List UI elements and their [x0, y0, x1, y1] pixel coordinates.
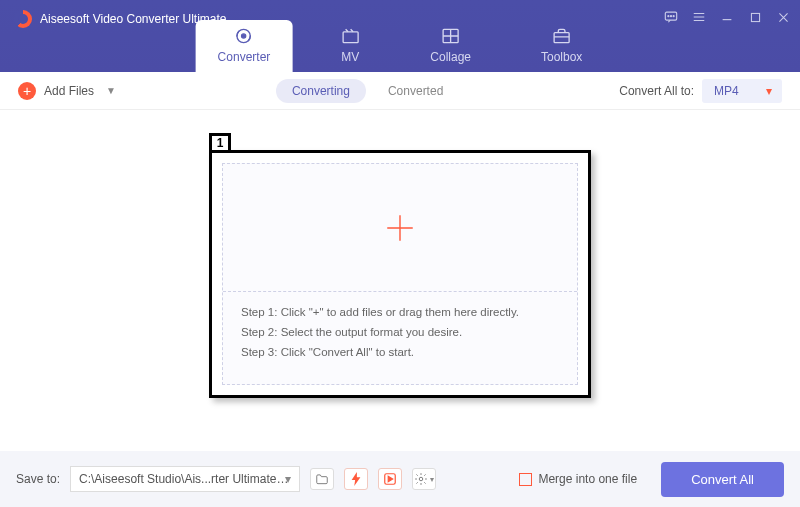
tab-toolbox[interactable]: Toolbox [519, 20, 604, 72]
drop-zone[interactable] [223, 164, 577, 292]
svg-rect-9 [554, 33, 569, 43]
svg-rect-4 [751, 13, 759, 21]
open-folder-button[interactable] [310, 468, 334, 490]
toolbox-icon [552, 26, 572, 46]
subtab-converted[interactable]: Converted [372, 79, 459, 103]
add-files-label: Add Files [44, 84, 94, 98]
gpu-accel-button[interactable] [344, 468, 368, 490]
tab-label: Converter [218, 50, 271, 64]
merge-label: Merge into one file [538, 472, 637, 486]
tab-converter[interactable]: Converter [196, 20, 293, 72]
svg-point-1 [668, 16, 669, 17]
feedback-icon[interactable] [664, 10, 678, 24]
tab-label: Collage [430, 50, 471, 64]
close-icon[interactable] [776, 10, 790, 24]
converter-icon [234, 26, 254, 46]
save-to-label: Save to: [16, 472, 60, 486]
drop-zone-highlight: 1 Step 1: Click "+" to add files or drag… [209, 150, 591, 398]
app-logo [14, 10, 32, 28]
high-speed-button[interactable] [378, 468, 402, 490]
plus-icon: + [18, 82, 36, 100]
maximize-icon[interactable] [748, 10, 762, 24]
svg-point-2 [670, 16, 671, 17]
tab-label: Toolbox [541, 50, 582, 64]
add-files-button[interactable]: + Add Files ▼ [18, 82, 116, 100]
step-text: Step 1: Click "+" to add files or drag t… [241, 306, 559, 318]
tab-collage[interactable]: Collage [408, 20, 493, 72]
save-path-select[interactable]: C:\Aiseesoft Studio\Ais...rter Ultimate\… [70, 466, 300, 492]
merge-checkbox[interactable]: Merge into one file [519, 472, 637, 486]
step-text: Step 3: Click "Convert All" to start. [241, 346, 559, 358]
add-plus-icon[interactable] [383, 211, 417, 245]
svg-point-11 [419, 477, 423, 481]
collage-icon [441, 26, 461, 46]
mv-icon [340, 26, 360, 46]
minimize-icon[interactable] [720, 10, 734, 24]
tab-label: MV [341, 50, 359, 64]
svg-point-3 [673, 16, 674, 17]
convert-all-button[interactable]: Convert All [661, 462, 784, 497]
svg-point-6 [242, 34, 246, 38]
checkbox-icon [519, 473, 532, 486]
output-format-select[interactable]: MP4 [702, 79, 782, 103]
subtab-converting[interactable]: Converting [276, 79, 366, 103]
convert-all-to-label: Convert All to: [619, 84, 694, 98]
chevron-down-icon: ▼ [106, 85, 116, 96]
svg-rect-7 [343, 32, 358, 43]
tab-mv[interactable]: MV [318, 20, 382, 72]
callout-number: 1 [209, 133, 231, 153]
settings-button[interactable]: ▾ [412, 468, 436, 490]
menu-icon[interactable] [692, 10, 706, 24]
step-text: Step 2: Select the output format you des… [241, 326, 559, 338]
